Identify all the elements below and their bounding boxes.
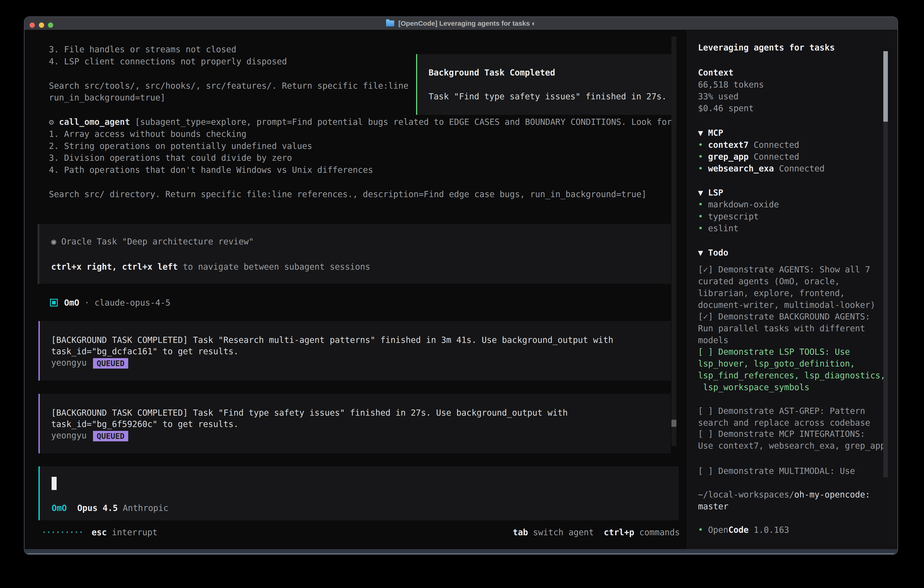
lsp-item: •typescript [698,211,759,223]
app-window: [OpenCode] Leveraging agents for tasks ◐… [24,17,898,555]
status-dot-icon: • [698,152,703,162]
status-dot-icon: • [698,223,703,233]
lsp-item: •eslint [698,223,739,235]
agent-name: OmO [64,298,79,308]
sidebar-scrollbar[interactable] [883,51,888,477]
oracle-title: Oracle Task "Deep architecture review" [61,237,254,246]
mcp-name: websearch_exa [708,164,774,173]
tool-name: call_omo_agent [59,117,130,127]
status-badge: QUEUED [93,358,128,368]
lsp-heading: LSP [708,188,723,198]
esc-key-hint: esc [92,527,107,537]
message-meta: yeongyuQUEUED [51,430,128,441]
app-name-prefix: Open [708,525,728,535]
tool-call-line: ⚙ call_omo_agent [subagent_type=explore,… [49,116,672,128]
input-model: Opus 4.5 [77,503,118,513]
tool-args: [subagent_type=explore, prompt=Find pote… [130,117,672,127]
todo-item: [✓] Demonstrate BACKGROUND AGENTS: Run p… [698,311,870,346]
mcp-item: •grep_app Connected [698,151,799,163]
folder-icon [386,20,394,26]
terminal-line: run_in_background=true] [49,92,165,104]
tab-key-hint: tab [513,527,528,537]
agent-model: claude-opus-4-5 [94,298,170,308]
prompt-input[interactable]: OmOOpus 4.5Anthropic [38,466,679,520]
hint-keys: ctrl+x right, ctrl+x left [51,262,178,272]
ctrlp-key-label: commands [634,527,680,537]
workspace-path: ~/local-workspaces/oh-my-opencode: [698,489,870,501]
oracle-hint-line: ctrl+x right, ctrl+x left to navigate be… [51,261,370,273]
fullscreen-button[interactable] [48,23,53,28]
sidebar: Leveraging agents for tasks Context 66,5… [686,30,898,550]
todo-item: [ ] Demonstrate MULTIMODAL: Use [698,465,855,477]
mcp-item: •context7 Connected [698,139,799,151]
lsp-section-header[interactable]: ▼LSP [698,187,723,199]
oracle-title-line: ◉ Oracle Task "Deep architecture review" [51,236,254,248]
terminal-line: 3. File handles or streams not closed [49,44,236,56]
message-line: [BACKGROUND TASK COMPLETED] Task "Find t… [51,407,568,419]
mcp-heading: MCP [708,128,723,138]
message-author: yeongyu [51,431,87,441]
lsp-name: markdown-oxide [708,200,779,210]
todo-item-active: [ ] Demonstrate LSP TOOLS: Use lsp_hover… [698,346,885,393]
main-scrollbar[interactable] [672,36,676,446]
terminal-line: 1. Array access without bounds checking [49,128,246,140]
terminal-line: 4. LSP client connections not properly d… [49,56,287,68]
context-used: 33% used [698,91,739,102]
lsp-name: typescript [708,212,759,221]
titlebar[interactable]: [OpenCode] Leveraging agents for tasks ◐ [25,17,898,30]
notification-body: Task "Find type safety issues" finished … [429,91,667,102]
close-button[interactable] [30,23,35,28]
status-dot-icon: • [698,525,703,535]
spinner-dots: ········· [41,527,83,538]
mcp-name: context7 [708,140,749,150]
lsp-name: eslint [708,223,739,233]
terminal-line: 4. Path operations that don't handle Win… [49,164,373,176]
minimize-button[interactable] [39,23,44,28]
todo-section-header[interactable]: ▼Todo [698,247,728,259]
mcp-status: Connected [749,140,799,150]
context-spent: $0.46 spent [698,102,754,114]
lsp-item: •markdown-oxide [698,199,779,211]
status-dot-icon: • [698,164,703,173]
agent-header: OmO · claude-opus-4-5 [50,297,170,309]
message-box: [BACKGROUND TASK COMPLETED] Task "Find t… [38,394,671,453]
chevron-down-icon: ▼ [698,128,703,138]
gear-icon: ⚙ [49,117,59,127]
notification-title: Background Task Completed [429,67,555,79]
workspace-branch: master [698,501,728,512]
status-dot-icon: • [698,140,703,150]
statusbar-left: esc interrupt [92,527,158,538]
terminal-line: Search src/tools/, src/hooks/, src/featu… [49,80,409,92]
mcp-section-header[interactable]: ▼MCP [698,127,723,139]
status-dot-icon: • [698,200,703,210]
esc-key-label: interrupt [107,527,158,537]
status-dot-icon: • [698,212,703,221]
mcp-status: Connected [774,164,825,173]
main-scrollbar-thumb[interactable] [672,420,676,427]
agent-separator: · [79,298,94,308]
todo-item: [ ] Demonstrate AST-GREP: Pattern search… [698,405,870,429]
mcp-status: Connected [749,152,799,162]
ctrlp-key-hint: ctrl+p [604,527,634,537]
session-title: Leveraging agents for tasks [698,42,835,54]
input-status-row: OmOOpus 4.5Anthropic [52,502,168,514]
statusbar-right: tab switch agentctrl+p commands [513,527,680,538]
chevron-down-icon: ▼ [698,248,703,258]
todo-item: [ ] Demonstrate MCP INTEGRATIONS: Use co… [698,428,885,452]
chevron-down-icon: ▼ [698,188,703,198]
message-box: [BACKGROUND TASK COMPLETED] Task "Resear… [38,321,671,381]
path-prefix: ~/local-workspaces/ [698,490,794,500]
message-line: task_id="bg_dcfac161" to get results. [51,345,239,357]
hint-rest: to navigate between subagent sessions [178,262,370,272]
todo-heading: Todo [708,248,728,258]
sidebar-scrollbar-thumb[interactable] [883,51,888,122]
window-bottom-edge [25,549,898,554]
status-badge: QUEUED [93,431,128,441]
terminal-line: 3. Division operations that could divide… [49,152,292,164]
message-meta: yeongyuQUEUED [51,357,128,369]
input-provider: Anthropic [123,503,168,513]
window-title: [OpenCode] Leveraging agents for tasks ◐ [398,20,536,27]
app-version: 1.0.163 [749,525,789,535]
context-tokens: 66,518 tokens [698,79,764,91]
app-name-bold: Code [728,525,749,535]
